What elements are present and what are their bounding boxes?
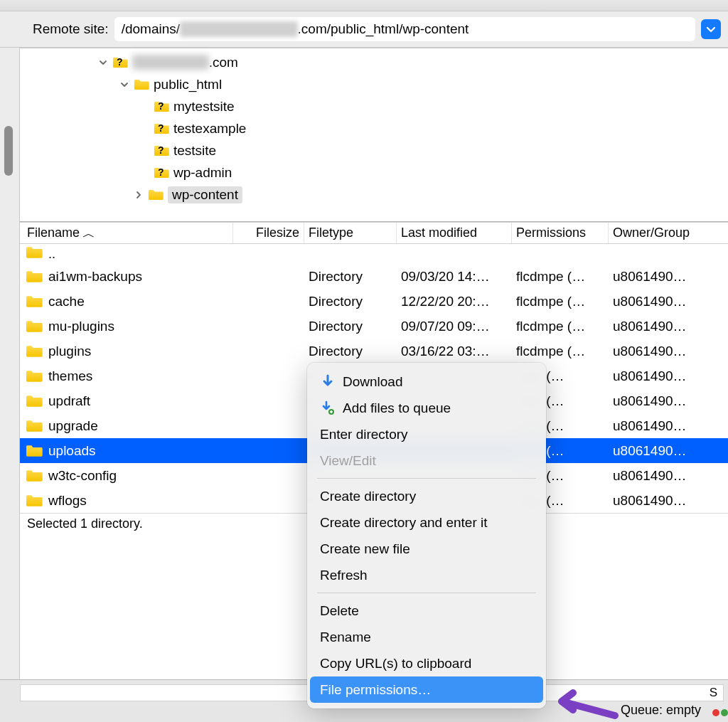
remote-directory-tree[interactable]: ? ████████.com public_html ? mytestsite …	[20, 48, 728, 222]
file-owner: u8061490…	[609, 264, 728, 289]
file-modified: 09/07/20 09:…	[397, 314, 512, 339]
context-menu: Download Add files to queue Enter direct…	[307, 363, 546, 708]
tree-node-wp-content[interactable]: wp-content	[20, 184, 728, 206]
tree-node[interactable]: ? wp-admin	[20, 161, 728, 184]
file-type: Directory	[304, 289, 397, 314]
file-owner: u8061490…	[609, 463, 728, 488]
folder-icon	[26, 345, 43, 358]
file-owner: u8061490…	[609, 314, 728, 339]
folder-icon	[134, 78, 149, 92]
tree-node[interactable]: ? mytestsite	[20, 95, 728, 117]
file-row-plugins[interactable]: plugins Directory 03/16/22 03:… flcdmpe …	[20, 339, 728, 363]
file-name: upgrade	[48, 418, 98, 434]
disclosure-open-icon[interactable]	[98, 58, 108, 68]
chevron-down-icon	[705, 23, 717, 35]
folder-icon	[26, 295, 43, 308]
folder-icon	[26, 494, 43, 507]
file-name: cache	[48, 294, 85, 309]
menu-create-file[interactable]: Create new file	[307, 536, 546, 562]
folder-icon	[26, 420, 43, 432]
folder-icon	[26, 469, 43, 482]
question-folder-icon: ?	[154, 144, 169, 158]
menu-separator	[317, 478, 536, 479]
file-owner: u8061490…	[609, 488, 728, 513]
file-permissions: flcdmpe (…	[512, 314, 609, 339]
file-name: mu-plugins	[48, 319, 114, 334]
folder-icon	[26, 320, 43, 333]
column-header-modified[interactable]: Last modified	[397, 223, 512, 243]
remote-path-input[interactable]: /domains/████████████.com/public_html/wp…	[114, 17, 695, 41]
menu-create-directory[interactable]: Create directory	[307, 483, 546, 509]
tree-node-public-html[interactable]: public_html	[20, 73, 728, 95]
file-name: ai1wm-backups	[48, 269, 142, 285]
menu-refresh[interactable]: Refresh	[307, 562, 546, 588]
folder-icon	[148, 188, 164, 202]
menu-separator	[317, 593, 536, 593]
file-name: themes	[48, 368, 92, 384]
menu-rename[interactable]: Rename	[307, 624, 546, 650]
file-owner: u8061490…	[609, 388, 728, 413]
queue-status: Queue: empty	[621, 703, 701, 718]
column-header-filename[interactable]: Filename︿	[20, 223, 233, 243]
remote-site-bar: Remote site: /domains/████████████.com/p…	[0, 11, 728, 48]
tree-node-domain[interactable]: ? ████████.com	[20, 51, 728, 73]
menu-view-edit: View/Edit	[307, 447, 546, 474]
file-owner: u8061490…	[609, 289, 728, 314]
download-icon	[320, 374, 336, 390]
file-name: wflogs	[48, 493, 87, 509]
column-header-filetype[interactable]: Filetype	[304, 223, 397, 243]
file-row-cache[interactable]: cache Directory 12/22/20 20:… flcdmpe (……	[20, 289, 728, 314]
file-owner: u8061490…	[609, 363, 728, 388]
file-name: w3tc-config	[48, 468, 117, 484]
file-modified: 03/16/22 03:…	[397, 339, 512, 363]
left-pane-stub	[0, 48, 20, 722]
redacted-domain: ████████████	[180, 21, 298, 37]
folder-icon	[26, 370, 43, 383]
disclosure-closed-icon[interactable]	[134, 190, 144, 200]
folder-icon	[26, 445, 43, 457]
menu-copy-url[interactable]: Copy URL(s) to clipboard	[307, 650, 546, 676]
file-permissions: flcdmpe (…	[512, 289, 609, 314]
file-type: Directory	[304, 314, 397, 339]
parent-directory-row[interactable]: ..	[20, 244, 728, 264]
menu-add-queue[interactable]: Add files to queue	[307, 395, 546, 421]
file-modified: 12/22/20 20:…	[397, 289, 512, 314]
file-type: Directory	[304, 264, 397, 289]
menu-enter-directory[interactable]: Enter directory	[307, 421, 546, 447]
file-owner: u8061490…	[609, 413, 728, 438]
remote-path-dropdown[interactable]	[701, 19, 721, 39]
file-modified: 09/03/20 14:…	[397, 264, 512, 289]
file-name: uploads	[48, 443, 96, 459]
folder-icon	[26, 395, 43, 408]
status-indicators	[712, 709, 728, 716]
column-header-filesize[interactable]: Filesize	[233, 223, 304, 243]
menu-create-directory-enter[interactable]: Create directory and enter it	[307, 509, 546, 536]
file-type: Directory	[304, 339, 397, 363]
remote-site-label: Remote site:	[33, 21, 109, 37]
menu-file-permissions[interactable]: File permissions…	[310, 676, 543, 703]
file-owner: u8061490…	[609, 339, 728, 363]
file-permissions: flcdmpe (…	[512, 339, 609, 363]
file-name: plugins	[48, 344, 91, 359]
file-row-mu-plugins[interactable]: mu-plugins Directory 09/07/20 09:… flcdm…	[20, 314, 728, 339]
file-owner: u8061490…	[609, 438, 728, 463]
tree-node[interactable]: ? testsite	[20, 139, 728, 161]
menu-delete[interactable]: Delete	[307, 598, 546, 624]
question-folder-icon: ?	[154, 100, 169, 114]
file-row-ai1wm-backups[interactable]: ai1wm-backups Directory 09/03/20 14:… fl…	[20, 264, 728, 289]
tree-node[interactable]: ? testexample	[20, 117, 728, 139]
file-permissions: flcdmpe (…	[512, 264, 609, 289]
column-header-permissions[interactable]: Permissions	[512, 223, 609, 243]
column-header-owner[interactable]: Owner/Group	[609, 223, 728, 243]
disclosure-open-icon[interactable]	[119, 80, 129, 90]
folder-icon	[26, 246, 43, 262]
file-name: updraft	[48, 393, 90, 409]
folder-icon	[26, 270, 43, 283]
sort-ascending-icon: ︿	[82, 225, 95, 242]
question-folder-icon: ?	[112, 55, 128, 70]
question-folder-icon: ?	[154, 166, 169, 180]
column-headers: Filename︿ Filesize Filetype Last modifie…	[20, 223, 728, 244]
menu-download[interactable]: Download	[307, 368, 546, 395]
question-folder-icon: ?	[154, 122, 169, 136]
add-queue-icon	[320, 400, 336, 416]
